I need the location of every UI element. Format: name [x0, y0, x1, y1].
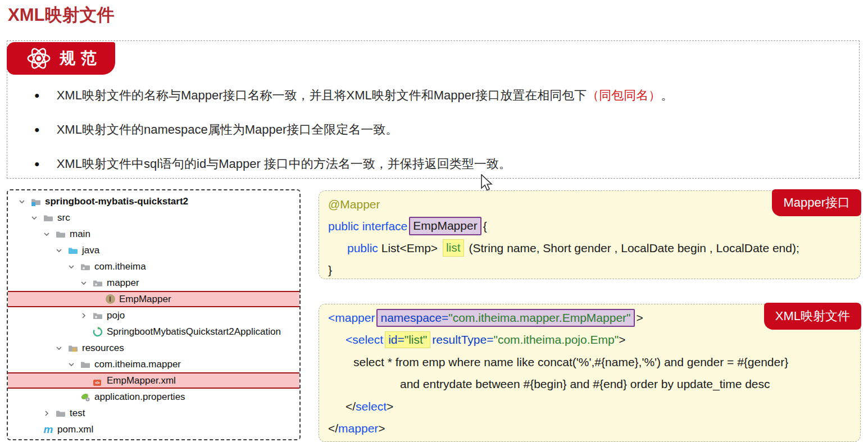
- tree-item-label: mapper: [107, 277, 139, 289]
- chevron-down-icon[interactable]: [30, 213, 43, 222]
- chevron-down-icon[interactable]: [55, 246, 67, 255]
- tree-item-label: pojo: [107, 310, 125, 321]
- spec-bullet: XML映射文件中sql语句的id与Mapper 接口中的方法名一致，并保持返回类…: [7, 147, 859, 181]
- spec-bullet-list: XML映射文件的名称与Mapper接口名称一致，并且将XML映射文件和Mappe…: [7, 78, 859, 181]
- tree-item-label: com.itheima: [94, 261, 146, 272]
- tree-item-application-class[interactable]: SpringbootMybatisQuickstart2Application: [8, 323, 299, 340]
- tree-item-application-properties[interactable]: application.properties: [8, 389, 299, 405]
- tree-item-label: com.itheima.mapper: [94, 359, 181, 370]
- tree-item-label: EmpMapper.xml: [107, 375, 176, 386]
- tree-item-com-itheima-mapper[interactable]: com.itheima.mapper: [8, 356, 299, 372]
- code-line: and entrydate between #{begin} and #{end…: [328, 373, 860, 396]
- folder-icon: [55, 229, 66, 239]
- folder-icon: [43, 213, 54, 223]
- tree-item-label: pom.xml: [57, 424, 93, 435]
- chevron-down-icon[interactable]: [43, 230, 55, 239]
- tree-item-mapper[interactable]: mapper: [8, 275, 299, 291]
- chevron-spacer: [80, 376, 92, 385]
- mouse-cursor-icon: [481, 174, 493, 192]
- mapper-interface-badge: Mapper接口: [772, 189, 861, 216]
- interface-icon: [104, 294, 116, 304]
- code-line: select * from emp where name like concat…: [328, 351, 860, 373]
- tree-item-resources[interactable]: resources: [8, 340, 299, 356]
- project-folder-icon: [30, 197, 42, 207]
- chevron-down-icon[interactable]: [67, 262, 80, 271]
- xml-mapping-codebox: XML映射文件 <mappernamespace="com.itheima.ma…: [319, 304, 861, 442]
- chevron-down-icon[interactable]: [80, 279, 92, 288]
- tree-item-pom-xml[interactable]: pom.xml: [8, 421, 299, 438]
- spec-section: 规范 XML映射文件的名称与Mapper接口名称一致，并且将XML映射文件和Ma…: [7, 40, 860, 179]
- tree-item-empmapper[interactable]: EmpMapper: [7, 291, 301, 307]
- tree-item-label: SpringbootMybatisQuickstart2Application: [107, 326, 281, 338]
- mapper-interface-codebox: Mapper接口 @Mapper public interfaceEmpMapp…: [319, 190, 861, 279]
- bullet-emphasis: （同包同名）: [587, 88, 661, 102]
- folder-icon: [80, 359, 91, 370]
- tree-item-label: resources: [82, 343, 124, 354]
- code-line: }: [328, 259, 860, 281]
- chevron-spacer: [30, 425, 43, 434]
- chevron-down-icon[interactable]: [55, 344, 67, 353]
- tree-item-pojo[interactable]: pojo: [8, 307, 299, 323]
- code-line: public List<Emp> list (String name, Shor…: [328, 237, 860, 259]
- tree-item-project[interactable]: springboot-mybatis-quickstart2: [8, 193, 299, 209]
- package-folder-icon: [80, 262, 91, 272]
- chevron-spacer: [80, 327, 92, 336]
- spring-boot-class-icon: [92, 327, 103, 337]
- xml-mapping-badge: XML映射文件: [764, 303, 861, 330]
- annotation-token: @Mapper: [328, 198, 380, 211]
- chevron-right-icon[interactable]: [43, 409, 55, 418]
- code-line: public interfaceEmpMapper{: [328, 215, 860, 237]
- maven-icon: [43, 425, 54, 435]
- tree-item-main[interactable]: main: [8, 226, 299, 242]
- method-name-highlight: list: [443, 239, 464, 256]
- package-folder-icon: [92, 278, 103, 288]
- tree-item-label: main: [70, 229, 90, 240]
- properties-file-icon: [80, 392, 91, 402]
- spec-badge: 规范: [7, 42, 115, 75]
- tree-item-label: springboot-mybatis-quickstart2: [45, 196, 188, 207]
- id-highlight: id="list": [385, 331, 430, 348]
- tree-item-java[interactable]: java: [8, 242, 299, 258]
- tree-item-src[interactable]: src: [8, 209, 299, 226]
- code-line: <selectid="list"resultType="com.itheima.…: [328, 329, 860, 352]
- project-tree-panel: springboot-mybatis-quickstart2 src main …: [7, 189, 301, 440]
- chevron-spacer: [67, 393, 80, 402]
- chevron-down-icon[interactable]: [67, 360, 80, 369]
- spec-bullet: XML映射文件的名称与Mapper接口名称一致，并且将XML映射文件和Mappe…: [7, 78, 859, 112]
- code-line: </mapper>: [328, 418, 860, 440]
- tree-item-label: src: [57, 212, 70, 224]
- tree-item-test[interactable]: test: [8, 405, 299, 421]
- atom-icon: [26, 45, 52, 71]
- tree-item-label: test: [70, 408, 85, 419]
- page-title: XML映射文件: [8, 3, 114, 27]
- tree-item-label: application.properties: [94, 391, 185, 403]
- tree-item-com-itheima[interactable]: com.itheima: [8, 258, 299, 275]
- chevron-spacer: [92, 295, 104, 304]
- spec-badge-label: 规范: [60, 48, 102, 69]
- namespace-highlight: namespace="com.itheima.mapper.EmpMapper": [376, 309, 634, 327]
- folder-icon: [55, 408, 66, 418]
- code-line: </select>: [328, 395, 860, 418]
- sources-folder-icon: [67, 245, 79, 256]
- resources-folder-icon: [67, 343, 79, 353]
- tree-item-label: EmpMapper: [119, 294, 171, 305]
- chevron-down-icon[interactable]: [18, 197, 30, 206]
- chevron-right-icon[interactable]: [80, 311, 92, 320]
- xml-file-icon: [92, 376, 103, 386]
- tree-item-empmapper-xml[interactable]: EmpMapper.xml: [7, 372, 301, 389]
- tree-item-label: java: [82, 245, 99, 256]
- package-folder-icon: [92, 311, 103, 321]
- spec-bullet: XML映射文件的namespace属性为Mapper接口全限定名一致。: [7, 112, 859, 147]
- interface-name-highlight: EmpMapper: [409, 217, 481, 235]
